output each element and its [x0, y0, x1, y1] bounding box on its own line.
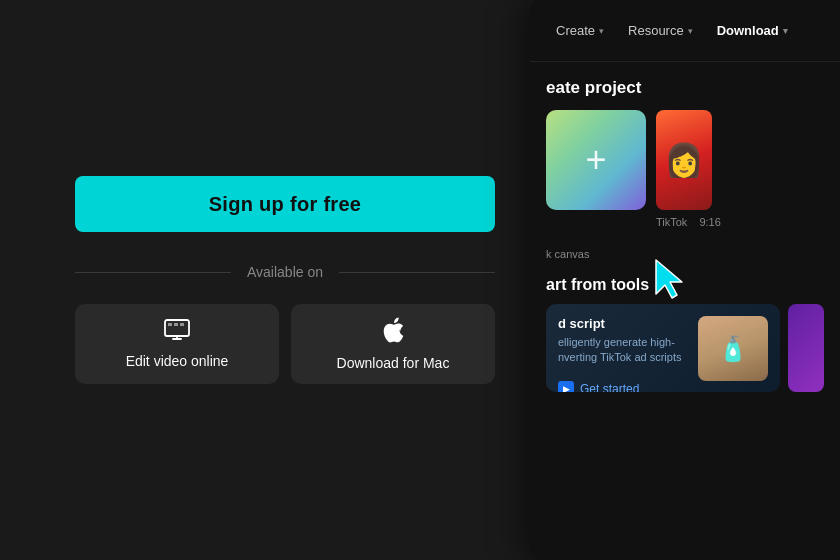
- tiktok-label: TikTok: [656, 216, 687, 228]
- tiktok-ratio: 9:16: [699, 216, 720, 228]
- create-project-title: eate project: [530, 62, 840, 110]
- nav-resource-label: Resource: [628, 23, 684, 38]
- tool-image-inner: 🧴: [698, 316, 768, 381]
- tool-card-content: d script elligently generate high- nvert…: [558, 316, 768, 381]
- tool-desc: elligently generate high- nverting TikTo…: [558, 335, 688, 366]
- signup-button[interactable]: Sign up for free: [75, 176, 495, 232]
- download-mac-button[interactable]: Download for Mac: [291, 304, 495, 384]
- nav-resource[interactable]: Resource ▾: [618, 17, 703, 44]
- svg-rect-1: [168, 323, 172, 326]
- tiktok-thumbnail: 👩: [656, 110, 712, 210]
- get-started-text: Get started: [580, 382, 639, 392]
- svg-rect-2: [174, 323, 178, 326]
- tool-card-script[interactable]: d script elligently generate high- nvert…: [546, 304, 780, 392]
- svg-rect-3: [180, 323, 184, 326]
- tool-text: d script elligently generate high- nvert…: [558, 316, 688, 381]
- tiktok-card[interactable]: 👩: [656, 110, 712, 210]
- available-on-wrapper: Available on: [75, 264, 495, 280]
- nav-create-chevron: ▾: [599, 26, 604, 36]
- cursor-arrow: [652, 258, 688, 300]
- tool-image: 🧴: [698, 316, 768, 381]
- tool-card-partial: [788, 304, 824, 392]
- download-mac-label: Download for Mac: [337, 355, 450, 371]
- tool-title: d script: [558, 316, 688, 331]
- platform-buttons: Edit video online Download for Mac: [75, 304, 495, 384]
- nav-create-label: Create: [556, 23, 595, 38]
- canvas-label: k canvas: [546, 248, 589, 260]
- nav-download-chevron: ▾: [783, 26, 788, 36]
- get-started-row[interactable]: ▶ Get started: [558, 381, 768, 392]
- available-on-text: Available on: [247, 264, 323, 280]
- apple-icon: [382, 317, 404, 347]
- edit-online-label: Edit video online: [126, 353, 229, 369]
- nav-download[interactable]: Download ▾: [707, 17, 798, 44]
- plus-icon: +: [585, 139, 606, 181]
- nav-download-label: Download: [717, 23, 779, 38]
- svg-rect-0: [165, 320, 189, 336]
- person-emoji: 👩: [664, 141, 704, 179]
- project-cards: + 👩 TikTok 9:16: [530, 110, 840, 228]
- divider-left: [75, 272, 231, 273]
- left-panel: Sign up for free Available on Edit video…: [0, 0, 570, 560]
- nav-bar: Create ▾ Resource ▾ Download ▾: [530, 0, 840, 62]
- get-started-icon: ▶: [558, 381, 574, 392]
- nav-resource-chevron: ▾: [688, 26, 693, 36]
- edit-online-button[interactable]: Edit video online: [75, 304, 279, 384]
- tools-row: d script elligently generate high- nvert…: [546, 304, 824, 392]
- nav-create[interactable]: Create ▾: [546, 17, 614, 44]
- cosmetics-emoji: 🧴: [718, 335, 748, 363]
- new-project-card[interactable]: +: [546, 110, 646, 210]
- divider-right: [339, 272, 495, 273]
- monitor-icon: [164, 319, 190, 345]
